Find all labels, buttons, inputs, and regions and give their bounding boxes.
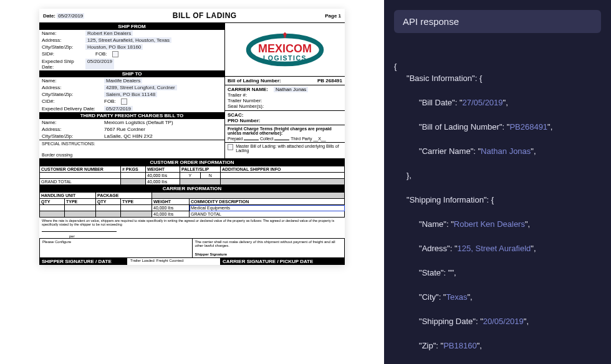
co-grand-weight: 40,000 lbs	[146, 179, 180, 185]
tp-name: Mexicom Logistics (Default TP)	[104, 120, 173, 125]
master-bol-checkbox[interactable]	[228, 144, 233, 150]
header-row: Date: 05/27/2019 BILL OF LADING Page 1	[39, 9, 345, 23]
sf-fob-label: FOB:	[95, 51, 107, 57]
st-exp-label: Expected Delivery Date:	[42, 106, 99, 112]
special-instructions: SPECIAL INSTRUCTIONS: Border crossing	[39, 140, 224, 158]
date-value: 05/27/2019	[57, 13, 84, 19]
co-col-pallet: PALLET/SLIP	[180, 166, 221, 173]
sf-sid-label: SID#:	[42, 51, 80, 57]
carrier-info-header: CARRIER INFORMATION	[39, 185, 345, 192]
signature-bar: SHIPPER SIGNATURE / DATE Trailer Loaded:…	[39, 258, 345, 265]
ci-row-desc: Medical Equipments	[190, 205, 345, 211]
api-header: API response	[394, 10, 601, 33]
st-address-label: Address:	[42, 85, 99, 90]
page-number: Page 1	[325, 13, 341, 19]
ci-grand-weight: 40,000 lbs	[152, 211, 190, 218]
co-pallet-y: Y	[180, 173, 201, 179]
sig-carrier: CARRIER SIGNATURE / PICKUP DATE	[220, 258, 345, 265]
ci-type1: TYPE	[65, 199, 96, 205]
page-title: BILL OF LADING	[173, 11, 237, 20]
bol-value: PB 268491	[317, 78, 342, 84]
table-row: GRAND TOTAL 40,000 lbs	[40, 179, 345, 185]
special-text: Border crossing	[42, 153, 222, 157]
bottom-split: Please Configure The carrier shall not m…	[39, 238, 345, 258]
sf-address-label: Address:	[42, 37, 80, 43]
bol-number-row: Bill of Lading Number: PB 268491	[225, 77, 345, 85]
seal-label: Seal Number(s):	[228, 103, 264, 109]
ci-type2: TYPE	[121, 199, 152, 205]
tp-csz-label: City/State/Zip:	[42, 133, 99, 139]
configure-box: Please Configure	[39, 238, 192, 258]
sf-name-label: Name:	[42, 31, 80, 36]
st-fob-checkbox[interactable]	[121, 98, 127, 105]
api-panel: API response { "Basic Information": { "B…	[384, 0, 611, 364]
bill-of-lading-page: Date: 05/27/2019 BILL OF LADING Page 1 S…	[39, 9, 345, 265]
ci-package: PACKAGE	[96, 193, 152, 199]
co-weight: 40,000 lbs	[146, 173, 180, 179]
ci-handling: HANDLING UNIT	[40, 193, 96, 199]
right-column: MEXICOM LOGISTICS Bill of Lading Number:…	[225, 23, 345, 158]
sig-trailer: Trailer Loaded: Freight Counted:	[128, 258, 220, 265]
mexicom-logo-icon: MEXICOM LOGISTICS	[235, 31, 335, 69]
trailer-no-label: Trailer #:	[228, 92, 247, 98]
ci-row-weight: 40,000 lbs	[152, 205, 190, 211]
pro-label: PRO Number:	[228, 118, 270, 123]
tp-csz: LaSalle, QC H8N 2X2	[104, 133, 153, 139]
svg-text:MEXICOM: MEXICOM	[258, 42, 312, 54]
left-column: SHIP FROM Name:Robert Ken Dealers Addres…	[39, 23, 225, 158]
freight-terms-header: Freight Charge Terms (freight charges ar…	[228, 127, 342, 135]
prepaid-blank[interactable]	[244, 140, 259, 140]
ship-from-header: SHIP FROM	[39, 23, 224, 30]
st-exp: 05/27/2019	[104, 106, 133, 112]
collect-blank[interactable]	[274, 140, 289, 140]
svg-text:LOGISTICS: LOGISTICS	[263, 54, 307, 61]
ci-qty2: QTY	[96, 199, 121, 205]
st-name-label: Name:	[42, 78, 99, 84]
json-output: { "Basic Information": { "Bill Date": "2…	[394, 48, 601, 364]
table-row: 40,000 lbs GRAND TOTAL	[40, 211, 345, 218]
per-line[interactable]	[42, 231, 117, 232]
st-csz-label: City/State/Zip:	[42, 92, 99, 97]
special-label: SPECIAL INSTRUCTIONS:	[42, 141, 222, 146]
scac-block: SCAC: PRO Number:	[225, 111, 345, 125]
master-bol-row: Master Bill of Lading: with attached und…	[225, 142, 345, 154]
sf-fob-checkbox[interactable]	[112, 51, 118, 57]
ci-weight-col: WEIGHT	[152, 199, 190, 205]
sf-name: Robert Ken Dealers	[85, 31, 133, 36]
customer-order-table: CUSTOMER ORDER NUMBER # PKGS WEIGHT PALL…	[39, 166, 345, 185]
disclaimer-text: The carrier shall not make delivery of t…	[195, 240, 342, 247]
date-label: Date:	[43, 13, 55, 19]
co-col-order: CUSTOMER ORDER NUMBER	[40, 166, 121, 173]
master-bol-text: Master Bill of Lading: with attached und…	[236, 144, 342, 153]
sf-address: 125, Street Aurafield, Houston, Texas	[85, 37, 171, 43]
bol-label: Bill of Lading Number:	[228, 78, 281, 84]
ship-to-header: SHIP TO	[39, 70, 224, 77]
document-pane: Date: 05/27/2019 BILL OF LADING Page 1 S…	[0, 0, 384, 364]
carrier-info-table: HANDLING UNIT PACKAGE QTY TYPE QTY TYPE …	[39, 192, 345, 218]
prepaid-label: Prepaid	[228, 136, 243, 141]
tp-address-label: Address:	[42, 127, 99, 132]
scac-label: SCAC:	[228, 112, 270, 118]
thirdparty-label: Third Party __X__	[291, 136, 325, 141]
st-address: 4289, Street Longford, Cordner	[104, 85, 177, 90]
trailer-number-label: Trailer Number:	[228, 98, 262, 103]
freight-terms: Freight Charge Terms (freight charges ar…	[225, 125, 345, 142]
st-fob-label: FOB:	[104, 98, 116, 105]
co-pallet-n: N	[200, 173, 221, 179]
table-row: 40,000 lbs Medical Equipments	[40, 205, 345, 211]
carrier-block: CARRIER NAME:Nathan Jonas Trailer #: Tra…	[225, 85, 345, 111]
logo-box: MEXICOM LOGISTICS	[225, 23, 345, 77]
fineprint: Where the rate is dependent on value, sh…	[39, 218, 345, 228]
shipper-sig-label: Shipper Signature	[195, 252, 342, 256]
co-grand-label: GRAND TOTAL	[40, 179, 121, 185]
collect-label: Collect	[260, 136, 273, 141]
customer-order-header: CUSTOMER ORDER INFORMATION	[39, 158, 345, 166]
st-cid-label: CID#:	[42, 98, 99, 105]
carrier-name: Nathan Jonas	[274, 87, 308, 92]
sf-csz: Houston, PO Box 18160	[85, 44, 143, 50]
tp-name-label: Name:	[42, 120, 99, 125]
sf-csz-label: City/State/Zip:	[42, 44, 80, 50]
sf-exp: 05/20/2019	[85, 59, 114, 70]
ci-grand: GRAND TOTAL	[190, 211, 345, 218]
ci-commodity-col: COMMODITY DESCRIPTION	[190, 199, 345, 205]
